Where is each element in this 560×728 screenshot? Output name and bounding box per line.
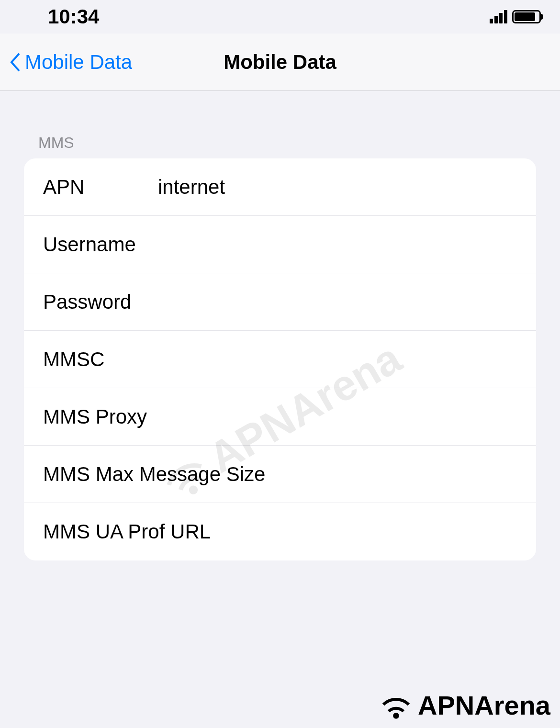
setting-row-apn[interactable]: APN internet: [24, 158, 536, 216]
page-title: Mobile Data: [224, 51, 336, 74]
cellular-signal-icon: [490, 10, 507, 23]
back-label: Mobile Data: [25, 51, 132, 74]
setting-row-mms-ua-prof-url[interactable]: MMS UA Prof URL: [24, 503, 536, 560]
setting-label: MMS Proxy: [43, 405, 158, 428]
navigation-bar: Mobile Data Mobile Data: [0, 34, 560, 91]
setting-row-mms-max-size[interactable]: MMS Max Message Size: [24, 446, 536, 503]
battery-icon: [512, 10, 541, 23]
back-button[interactable]: Mobile Data: [10, 51, 132, 74]
setting-label: MMS Max Message Size: [43, 463, 265, 486]
setting-row-mms-proxy[interactable]: MMS Proxy: [24, 388, 536, 446]
status-time: 10:34: [48, 5, 99, 28]
section-header-mms: MMS: [24, 134, 536, 158]
status-indicators: [490, 10, 541, 23]
setting-label: MMS UA Prof URL: [43, 520, 211, 543]
setting-label: APN: [43, 176, 158, 199]
content: MMS APN internet Username Password MMSC …: [0, 91, 560, 560]
setting-row-password[interactable]: Password: [24, 273, 536, 331]
setting-label: Password: [43, 291, 158, 314]
status-bar: 10:34: [0, 0, 560, 34]
branding-text: APNArena: [418, 690, 550, 721]
settings-group-mms: APN internet Username Password MMSC MMS …: [24, 158, 536, 560]
setting-row-mmsc[interactable]: MMSC: [24, 331, 536, 388]
wifi-icon: [378, 687, 414, 723]
setting-label: Username: [43, 233, 158, 256]
chevron-left-icon: [10, 53, 21, 72]
setting-row-username[interactable]: Username: [24, 216, 536, 273]
setting-value[interactable]: internet: [158, 176, 517, 199]
setting-label: MMSC: [43, 348, 158, 371]
branding-footer: APNArena: [378, 687, 550, 723]
